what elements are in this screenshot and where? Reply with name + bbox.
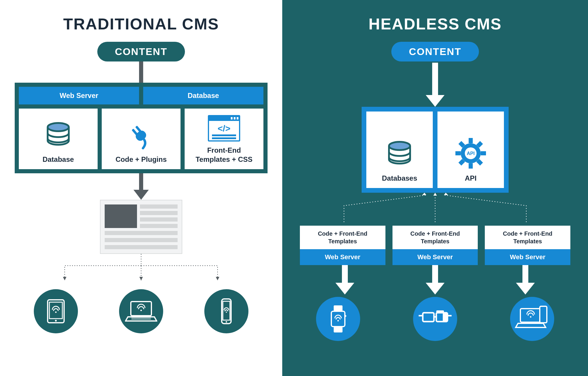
- svg-rect-12: [212, 137, 236, 139]
- svg-text:</>: </>: [218, 124, 230, 133]
- header-database: Database: [143, 87, 263, 104]
- devices-row: [316, 297, 554, 341]
- svg-point-21: [141, 310, 142, 311]
- server-bottom-label: Web Server: [392, 249, 478, 265]
- laptop-icon: [119, 289, 163, 333]
- svg-rect-49: [423, 313, 434, 322]
- arrow-down-icon: [426, 63, 445, 107]
- headless-cluster: Databases API API: [362, 107, 509, 193]
- panel-headless: HEADLESS CMS CONTENT Databases: [282, 0, 588, 376]
- card-database: Database: [19, 109, 98, 169]
- card-label: Code + Plugins: [116, 155, 167, 164]
- svg-marker-15: [216, 277, 219, 280]
- svg-point-18: [55, 320, 57, 322]
- rendered-page-icon: [100, 200, 182, 254]
- servers-row: Code + Front-End Templates Web Server Co…: [300, 226, 570, 265]
- svg-rect-25: [223, 301, 230, 320]
- server-top-label: Code + Front-End Templates: [300, 226, 385, 249]
- server-top-label: Code + Front-End Templates: [485, 226, 570, 249]
- code-window-icon: </>: [208, 115, 240, 142]
- tablet-icon: [34, 289, 78, 333]
- card-api: API API: [437, 112, 504, 188]
- api-gear-icon: API: [455, 137, 487, 169]
- server-top-label: Code + Front-End Templates: [392, 226, 478, 249]
- svg-rect-34: [481, 151, 486, 155]
- svg-rect-16: [48, 300, 64, 323]
- card-templates: </> Front-End Templates + CSS: [185, 109, 263, 169]
- server-box: Code + Front-End Templates Web Server: [300, 226, 385, 265]
- arrow-down-icon: [139, 61, 143, 83]
- svg-rect-52: [443, 313, 447, 322]
- server-box: Code + Front-End Templates Web Server: [392, 226, 478, 265]
- card-label: Databases: [382, 174, 417, 183]
- svg-rect-7: [231, 117, 233, 119]
- dotted-connectors: [38, 254, 244, 286]
- database-icon: [44, 121, 73, 151]
- smart-glasses-icon: [413, 297, 457, 341]
- svg-rect-20: [131, 302, 151, 316]
- svg-text:API: API: [467, 151, 475, 156]
- arrow-down-icon: [133, 173, 149, 200]
- svg-marker-42: [433, 193, 437, 196]
- card-databases: Databases: [366, 112, 433, 188]
- content-pill-right: CONTENT: [391, 42, 479, 61]
- svg-marker-14: [139, 277, 143, 280]
- svg-rect-9: [237, 117, 238, 119]
- svg-rect-46: [331, 311, 345, 327]
- card-label: Front-End Templates + CSS: [196, 146, 253, 164]
- header-web-server: Web Server: [19, 87, 139, 104]
- smartwatch-icon: [316, 297, 360, 341]
- svg-rect-45: [334, 327, 343, 332]
- phone-icon: [204, 289, 248, 333]
- card-label: Database: [43, 155, 74, 164]
- svg-point-55: [530, 316, 532, 317]
- svg-rect-8: [234, 117, 235, 119]
- laptop-icon: [510, 297, 554, 341]
- panel-traditional: TRADITIONAL CMS CONTENT Web Server Datab…: [0, 0, 282, 376]
- card-plugins: Code + Plugins: [102, 109, 181, 169]
- svg-rect-4: [135, 126, 142, 133]
- arrow-down-icon: [426, 265, 445, 295]
- svg-rect-11: [212, 134, 236, 136]
- arrow-down-icon: [516, 265, 535, 295]
- svg-point-19: [55, 312, 57, 313]
- content-pill-left: CONTENT: [97, 42, 185, 61]
- title-headless: HEADLESS CMS: [368, 15, 502, 33]
- server-box: Code + Front-End Templates Web Server: [485, 226, 570, 265]
- devices-row: [34, 289, 248, 333]
- title-traditional: TRADITIONAL CMS: [63, 15, 219, 33]
- server-bottom-label: Web Server: [300, 249, 385, 265]
- svg-rect-44: [334, 305, 343, 311]
- svg-rect-54: [540, 306, 547, 323]
- svg-rect-33: [455, 151, 461, 155]
- plug-icon: [126, 121, 156, 151]
- svg-point-27: [226, 312, 227, 313]
- arrow-down-icon: [335, 265, 354, 295]
- traditional-cluster: Web Server Database Database: [15, 83, 268, 173]
- dotted-connectors: [300, 193, 570, 222]
- svg-marker-43: [444, 193, 448, 195]
- database-icon: [385, 140, 414, 169]
- svg-marker-41: [422, 193, 426, 195]
- svg-rect-32: [469, 163, 473, 169]
- svg-rect-3: [132, 129, 138, 136]
- svg-rect-31: [469, 138, 473, 143]
- server-bottom-label: Web Server: [485, 249, 570, 265]
- svg-rect-17: [49, 302, 62, 319]
- svg-point-48: [338, 320, 339, 322]
- card-label: API: [465, 174, 477, 183]
- svg-point-26: [226, 321, 227, 323]
- svg-marker-13: [63, 277, 66, 280]
- svg-point-47: [345, 315, 346, 317]
